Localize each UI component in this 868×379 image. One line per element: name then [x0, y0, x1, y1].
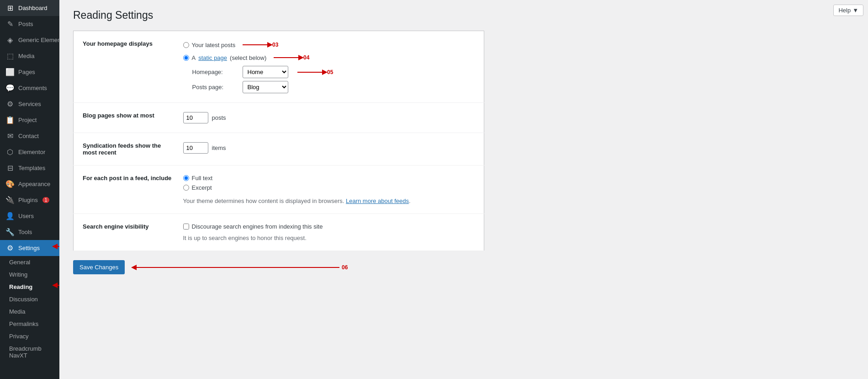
radio-static-page-text: A	[192, 54, 196, 61]
sidebar-label-elementor: Elementor	[18, 149, 45, 155]
sidebar-label-dashboard: Dashboard	[18, 5, 48, 11]
sidebar-label-services: Services	[18, 101, 41, 107]
blog-pages-input-row: posts	[183, 112, 475, 123]
sidebar-item-pages[interactable]: ⬜ Pages	[0, 64, 59, 80]
sidebar-item-dashboard[interactable]: ⊞ Dashboard	[0, 0, 59, 16]
sidebar: ⊞ Dashboard ✎ Posts ◈ Generic Elements ⬚…	[0, 0, 59, 379]
sidebar-label-contact: Contact	[18, 133, 39, 139]
submenu-media[interactable]: Media	[0, 305, 59, 318]
radio-static-suffix: (select below)	[230, 54, 266, 61]
radio-excerpt[interactable]	[183, 185, 189, 191]
submenu-reading[interactable]: Reading 02	[0, 281, 59, 293]
sidebar-item-generic-elements[interactable]: ◈ Generic Elements	[0, 32, 59, 48]
learn-more-feeds-link[interactable]: Learn more about feeds	[346, 198, 409, 204]
dashboard-icon: ⊞	[5, 4, 15, 12]
posts-page-select[interactable]: Blog Home About Contact	[243, 81, 288, 93]
generic-elements-icon: ◈	[5, 36, 15, 44]
label-blog-pages: Blog pages show at most	[74, 103, 179, 133]
sidebar-item-users[interactable]: 👤 Users	[0, 208, 59, 224]
sidebar-label-plugins: Plugins	[18, 197, 38, 203]
annotation-03-arrow: 03	[243, 40, 279, 49]
users-icon: 👤	[5, 212, 15, 220]
contact-icon: ✉	[5, 132, 15, 140]
sidebar-label-settings: Settings	[18, 245, 40, 251]
annotation-06-arrow: 06	[134, 261, 362, 274]
sidebar-label-generic-elements: Generic Elements	[18, 37, 59, 43]
templates-icon: ⊟	[5, 164, 15, 172]
annotation-04-arrow: 04	[274, 53, 310, 62]
label-feed-include: For each post in a feed, include	[74, 165, 179, 214]
radio-static-page-label[interactable]: A static page (select below) 04	[183, 53, 475, 62]
homepage-select[interactable]: Home About Contact Blog	[243, 66, 288, 78]
sidebar-label-comments: Comments	[18, 85, 47, 91]
svg-text:03: 03	[272, 42, 279, 48]
posts-icon: ✎	[5, 20, 15, 28]
sidebar-item-tools[interactable]: 🔧 Tools	[0, 224, 59, 240]
radio-latest-posts[interactable]	[183, 42, 189, 48]
sidebar-item-appearance[interactable]: 🎨 Appearance	[0, 176, 59, 192]
static-page-link[interactable]: static page	[198, 54, 227, 61]
radio-full-text-label[interactable]: Full text	[183, 175, 475, 181]
main-content: Reading Settings Your homepage displays …	[59, 0, 868, 379]
checkbox-discourage[interactable]	[183, 224, 189, 230]
blog-pages-input[interactable]	[183, 112, 208, 123]
submenu-breadcrumb-navxt[interactable]: Breadcrumb NavXT	[0, 342, 59, 362]
row-homepage-displays: Your homepage displays Your latest posts…	[74, 31, 484, 103]
syndication-input-row: items	[183, 142, 475, 154]
blog-pages-suffix: posts	[212, 114, 226, 121]
radio-excerpt-text: Excerpt	[192, 184, 212, 191]
sidebar-item-elementor[interactable]: ⬡ Elementor	[0, 144, 59, 160]
engine-note: It is up to search engines to honor this…	[183, 235, 475, 241]
radio-full-text[interactable]	[183, 175, 189, 181]
save-changes-button[interactable]: Save Changes	[73, 260, 125, 274]
radio-static-page[interactable]	[183, 55, 189, 61]
services-icon: ⚙	[5, 100, 15, 108]
posts-page-select-label: Posts page:	[192, 84, 238, 91]
settings-form: Your homepage displays Your latest posts…	[73, 31, 484, 251]
svg-text:05: 05	[327, 69, 333, 75]
checkbox-discourage-label[interactable]: Discourage search engines from indexing …	[183, 223, 475, 230]
submenu-privacy[interactable]: Privacy	[0, 330, 59, 342]
media-icon: ⬚	[5, 52, 15, 60]
field-homepage-displays: Your latest posts 03 A static	[179, 31, 484, 103]
annotation-05-arrow: 05	[297, 68, 334, 77]
settings-icon: ⚙	[5, 244, 15, 252]
svg-text:04: 04	[303, 54, 310, 61]
radio-excerpt-label[interactable]: Excerpt	[183, 184, 475, 191]
feed-include-options: Full text Excerpt Your theme determines …	[183, 175, 475, 204]
help-button[interactable]: Help ▼	[833, 5, 863, 16]
syndication-input[interactable]	[183, 142, 208, 154]
sidebar-item-posts[interactable]: ✎ Posts	[0, 16, 59, 32]
sidebar-label-project: Project	[18, 117, 37, 123]
label-search-engine: Search engine visibility	[74, 214, 179, 251]
submenu-discussion[interactable]: Discussion	[0, 293, 59, 305]
submenu-general[interactable]: General	[0, 256, 59, 268]
sidebar-item-settings[interactable]: ⚙ Settings 01	[0, 240, 59, 256]
feed-note: Your theme determines how content is dis…	[183, 198, 475, 204]
radio-latest-posts-label[interactable]: Your latest posts 03	[183, 40, 475, 49]
checkbox-discourage-text: Discourage search engines from indexing …	[192, 223, 323, 230]
row-syndication-feeds: Syndication feeds show the most recent i…	[74, 133, 484, 165]
appearance-icon: 🎨	[5, 180, 15, 188]
sidebar-item-templates[interactable]: ⊟ Templates	[0, 160, 59, 176]
comments-icon: 💬	[5, 84, 15, 92]
sidebar-item-project[interactable]: 📋 Project	[0, 112, 59, 128]
project-icon: 📋	[5, 116, 15, 124]
sidebar-label-templates: Templates	[18, 165, 45, 171]
plugins-badge: 1	[42, 197, 50, 203]
posts-page-select-row: Posts page: Blog Home About Contact	[192, 81, 475, 93]
sidebar-item-media[interactable]: ⬚ Media	[0, 48, 59, 64]
submenu-permalinks[interactable]: Permalinks	[0, 318, 59, 330]
field-search-engine: Discourage search engines from indexing …	[179, 214, 484, 251]
tools-icon: 🔧	[5, 228, 15, 236]
homepage-select-row: Homepage: Home About Contact Blog	[192, 66, 475, 78]
sidebar-label-tools: Tools	[18, 229, 32, 235]
submenu-writing[interactable]: Writing	[0, 268, 59, 281]
sidebar-item-comments[interactable]: 💬 Comments	[0, 80, 59, 96]
row-feed-include: For each post in a feed, include Full te…	[74, 165, 484, 214]
sidebar-item-services[interactable]: ⚙ Services	[0, 96, 59, 112]
sidebar-item-contact[interactable]: ✉ Contact	[0, 128, 59, 144]
radio-full-text-text: Full text	[192, 175, 213, 181]
sidebar-item-plugins[interactable]: 🔌 Plugins 1	[0, 192, 59, 208]
radio-latest-posts-text: Your latest posts	[192, 42, 236, 48]
